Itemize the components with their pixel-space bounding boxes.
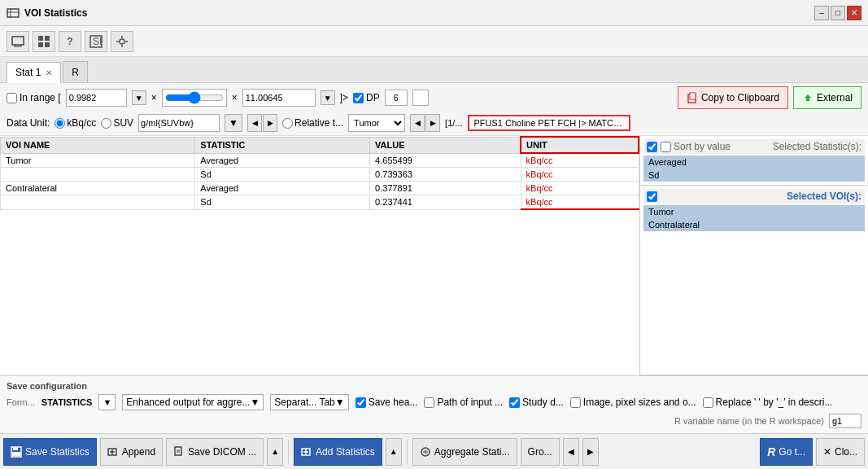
r-var-input[interactable] — [829, 414, 861, 428]
cell-voi: Tumor — [1, 153, 195, 168]
path-input-check[interactable] — [424, 397, 434, 408]
radio-relative-input[interactable] — [282, 118, 293, 129]
cell-value: 4.655499 — [370, 153, 521, 168]
range-min-down[interactable]: ▼ — [132, 90, 146, 105]
maximize-button[interactable]: □ — [831, 6, 845, 20]
page-next-btn[interactable]: ▶ — [425, 114, 440, 132]
vois-check[interactable] — [647, 191, 657, 202]
tumor-select[interactable]: Tumor — [348, 114, 405, 132]
save-statistics-button[interactable]: Save Statistics — [3, 438, 97, 466]
table-row: Sd0.237441kBq/cc — [1, 195, 639, 210]
col-header-voi: VOI NAME — [1, 137, 195, 153]
in-range-checkbox[interactable] — [7, 93, 17, 103]
replace-spaces-label[interactable]: Replace ' ' by '_' in descri... — [703, 397, 833, 408]
dp-input[interactable] — [385, 90, 408, 106]
tab-stat1[interactable]: Stat 1 ✕ — [7, 62, 61, 83]
dp-checkbox[interactable] — [353, 93, 364, 103]
radio-kbq-input[interactable] — [55, 118, 65, 129]
image-pixel-check[interactable] — [570, 397, 581, 408]
times-symbol: × — [151, 92, 157, 103]
in-range-label[interactable]: In range [ — [7, 92, 61, 103]
stat-averaged[interactable]: Averaged — [643, 156, 865, 169]
image-pixel-label[interactable]: Image, pixel sizes and o... — [570, 397, 696, 408]
path-input-text: Path of input ... — [437, 397, 503, 408]
separator-dropdown[interactable]: Separat... Tab ▼ — [270, 394, 348, 410]
monitor-icon[interactable] — [7, 31, 29, 52]
minimize-button[interactable]: – — [814, 6, 829, 20]
add-statistics-button[interactable]: Add Statistics — [294, 438, 382, 466]
stat-sd[interactable]: Sd — [643, 169, 865, 182]
study-d-check[interactable] — [509, 397, 520, 408]
gro-prev[interactable]: ◀ — [563, 438, 579, 466]
range-slider-input[interactable] — [165, 91, 224, 104]
settings-icon[interactable] — [111, 31, 133, 52]
range-max-input[interactable] — [242, 89, 316, 107]
goto-button[interactable]: R Go t... — [760, 438, 813, 466]
cell-value: 0.237441 — [370, 195, 521, 210]
sort-by-value-text: Sort by value — [674, 141, 731, 152]
cell-unit: kBq/cc — [521, 168, 639, 182]
aggregate-stats-label: Aggregate Stati... — [434, 446, 510, 458]
sort-by-value-check[interactable] — [661, 142, 671, 152]
page-prev-btn[interactable]: ◀ — [410, 114, 425, 132]
grid-icon[interactable] — [33, 31, 55, 52]
save-dicom-button[interactable]: Save DICOM ... — [166, 438, 264, 466]
study-d-label[interactable]: Study d... — [509, 397, 564, 408]
external-button[interactable]: External — [793, 86, 861, 109]
svg-rect-22 — [12, 452, 20, 456]
formula-dropdown[interactable]: ▼ — [225, 114, 242, 132]
aggregate-icon — [420, 446, 431, 458]
append-button[interactable]: Append — [100, 438, 163, 466]
save-header-check[interactable] — [355, 397, 366, 408]
radio-suv[interactable]: SUV — [101, 117, 133, 129]
range-close-text: ]> — [340, 92, 348, 103]
form-dropdown[interactable]: ▼ — [98, 394, 116, 410]
radio-suv-text: SUV — [113, 117, 133, 129]
voi-contralateral[interactable]: Contralateral — [643, 218, 865, 231]
save-header-label[interactable]: Save hea... — [355, 397, 418, 408]
statistics-section: Sort by value Selected Statistic(s): Ave… — [640, 136, 868, 186]
tab-r-label: R — [72, 67, 79, 78]
svg-text:SR: SR — [93, 36, 103, 47]
svg-point-13 — [120, 39, 124, 44]
sort-by-value-label[interactable]: Sort by value — [661, 141, 731, 152]
close-button-bottom[interactable]: ✕ Clo... — [816, 438, 865, 466]
replace-spaces-check[interactable] — [703, 397, 713, 408]
tab-r[interactable]: R — [63, 61, 88, 82]
cell-statistic: Averaged — [195, 153, 370, 168]
range-max-down[interactable]: ▼ — [321, 90, 335, 105]
color-picker[interactable] — [412, 90, 429, 106]
cell-voi — [1, 195, 195, 210]
path-input-label[interactable]: Path of input ... — [424, 397, 503, 408]
range-slider[interactable] — [162, 89, 227, 107]
gro-next[interactable]: ▶ — [582, 438, 599, 466]
suv-formula-input[interactable] — [138, 114, 220, 132]
r-icon: R — [767, 445, 775, 458]
stats-check[interactable] — [647, 142, 657, 152]
radio-suv-input[interactable] — [101, 118, 111, 129]
title-bar-left: VOI Statistics — [7, 7, 87, 20]
controls-bar: In range [ ▼ × × ▼ ]> DP Copy to Clipboa… — [0, 83, 868, 136]
next-btn[interactable]: ▶ — [263, 114, 277, 132]
svg-rect-19 — [690, 93, 696, 99]
voi-tumor[interactable]: Tumor — [643, 205, 865, 218]
radio-kbq[interactable]: kBq/cc — [55, 117, 96, 129]
copy-to-clipboard-button[interactable]: Copy to Clipboard — [678, 86, 788, 109]
close-button[interactable]: ✕ — [847, 6, 861, 20]
tab-stat1-close[interactable]: ✕ — [46, 68, 52, 77]
save-dicom-dropdown[interactable]: ▲ — [267, 438, 283, 466]
range-min-input[interactable] — [66, 89, 127, 107]
add-stats-dropdown[interactable]: ▲ — [386, 438, 402, 466]
aggregate-stats-button[interactable]: Aggregate Stati... — [412, 438, 517, 466]
cell-statistic: Averaged — [195, 182, 370, 195]
statistics-header: Sort by value Selected Statistic(s): — [643, 139, 865, 154]
voi-icon — [7, 7, 20, 20]
stats-table: VOI NAME STATISTIC VALUE UNIT TumorAvera… — [0, 136, 639, 210]
help-icon[interactable]: ? — [59, 31, 81, 52]
app-icon[interactable]: SR — [85, 31, 107, 52]
enhanced-output-dropdown[interactable]: Enhanced output for aggre... ▼ — [122, 394, 264, 410]
radio-relative[interactable]: Relative t... — [282, 117, 343, 129]
gro-button[interactable]: Gro... — [521, 438, 560, 466]
prev-btn[interactable]: ◀ — [247, 114, 262, 132]
save-icon — [11, 446, 22, 458]
